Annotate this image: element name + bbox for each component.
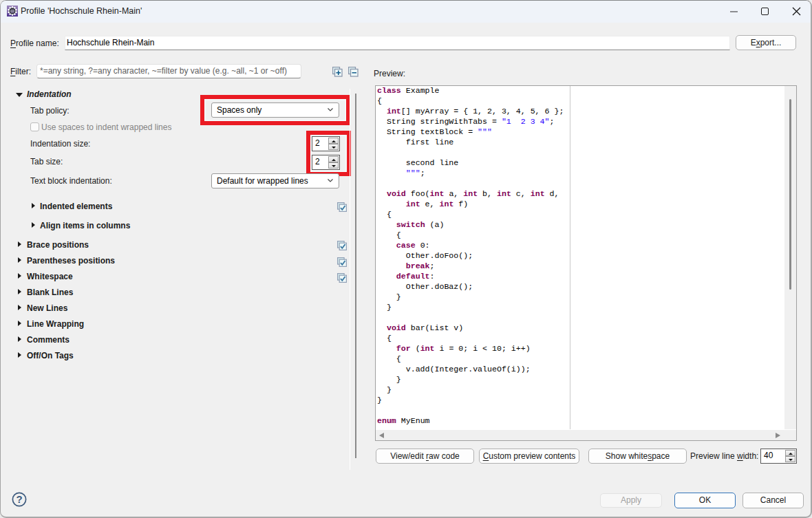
svg-text:?: ? — [16, 493, 22, 505]
